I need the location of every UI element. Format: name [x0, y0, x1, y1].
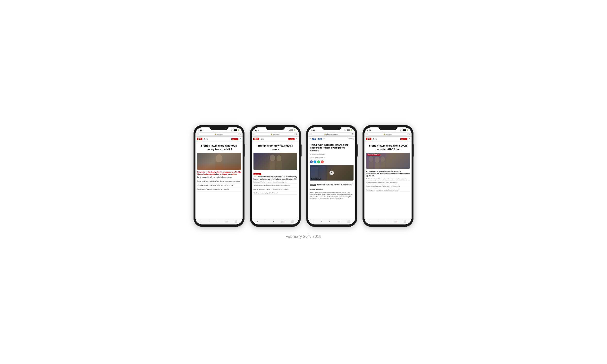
tabs-bottom-1[interactable]: ⬜ [235, 220, 237, 223]
tabs-bottom-3[interactable]: ⬜ [347, 220, 350, 223]
url-bar-1[interactable]: 🔒 cnn.com [198, 132, 238, 136]
svg-rect-15 [381, 162, 385, 169]
share-bottom-4[interactable]: ⬆ [385, 220, 387, 223]
nav-home-4[interactable]: Home [373, 138, 377, 140]
sub-link-4-2[interactable]: These Florida lawmakers took money from … [366, 185, 410, 188]
status-time-4: 8:56 [367, 129, 371, 131]
sub-link-2-2[interactable]: Kremlin dismisses Mueller's indictment o… [253, 188, 297, 191]
date-superscript: th [308, 234, 310, 237]
em-icon-3[interactable]: @ [321, 160, 324, 163]
share-bottom-1[interactable]: ⬆ [216, 220, 218, 223]
nav-home-2[interactable]: Home [260, 138, 264, 140]
fb-icon-3[interactable]: f [310, 160, 313, 163]
status-bar-1: 7:28 ▾ ● ▮▮▮ 🔋 [196, 127, 243, 132]
back-bottom-2[interactable]: ‹ [257, 220, 258, 223]
nav-home-1[interactable]: Home [204, 138, 208, 140]
bookmarks-bottom-2[interactable]: 📖 [281, 220, 284, 223]
forward-bottom-3[interactable]: › [321, 220, 322, 223]
svg-rect-13 [375, 163, 380, 169]
play-btn-3[interactable]: ▶ [330, 171, 334, 175]
svg-rect-1 [215, 162, 223, 170]
browser-bar-4[interactable]: ‹ 🔒 cnn.com ↻ [364, 132, 411, 137]
live-arrow-1: ▾ [237, 138, 238, 140]
browser-bottom-1: ‹ › ⬆ 📖 ⬜ [196, 218, 243, 224]
browser-bar-2[interactable]: ‹ 🔒 cnn.com ↻ [252, 132, 299, 137]
reload-btn-2[interactable]: ↻ [296, 133, 297, 135]
abc-logo-3: abc [312, 137, 316, 140]
svg-rect-5 [276, 161, 282, 170]
nav-live-2[interactable]: Live TV ▾ [288, 138, 295, 140]
sub-link-2-1[interactable]: Trump blames Obama for inaction over Rus… [253, 185, 297, 187]
nav-live-4[interactable]: Live TV ▾ [400, 138, 408, 140]
wa-icon-3[interactable]: w [317, 160, 320, 163]
url-bar-3[interactable]: 🔒 abcnews.go.com [311, 132, 351, 136]
back-btn-4[interactable]: ‹ [366, 133, 367, 135]
sub-link-2-0[interactable]: Exclusive: Mueller's interest in Jared K… [253, 181, 297, 184]
article-link-1-2[interactable]: Parkland survivors rip politicians' 'pat… [197, 184, 241, 188]
forward-bottom-2[interactable]: › [265, 220, 266, 223]
back-bottom-1[interactable]: ‹ [201, 220, 201, 223]
nav-live-1[interactable]: Live TV ▾ [231, 138, 238, 140]
tabs-bottom-2[interactable]: ⬜ [291, 220, 293, 223]
lock-icon-3: 🔒 [324, 133, 326, 135]
share-bottom-2[interactable]: ⬆ [272, 220, 274, 223]
back-btn-1[interactable]: ‹ [197, 133, 198, 135]
sub-link-4-1[interactable]: Shooting survivor: Democrats aren't coac… [366, 182, 410, 184]
url-text-4: cnn.com [385, 133, 392, 135]
svg-rect-8 [319, 166, 326, 179]
bookmarks-bottom-3[interactable]: 📖 [338, 220, 340, 223]
back-bottom-4[interactable]: ‹ [370, 220, 370, 223]
cnn-logo-1: CNN [197, 138, 202, 140]
article-link-1-0[interactable]: Survivors want to talk gun control with … [197, 176, 241, 179]
browser-bottom-3: ‹ › ⬆ 📖 ⬜ [308, 218, 355, 224]
phone-3-screen: 8:55 ▾ ● ▮▮▮ 🔋 ‹ 🔒 abcnews.go.com ↻ ≡ ab… [308, 127, 355, 224]
svg-point-0 [216, 154, 222, 163]
url-bar-4[interactable]: 🔒 cnn.com [368, 132, 408, 136]
date-pub-3: Feb 20, 2018, 6:03 PM ET [310, 157, 354, 158]
content-3: Trump tweet 'not necessarily' linking sh… [308, 141, 355, 218]
share-bottom-3[interactable]: ⬆ [329, 220, 331, 223]
headline-1: Florida lawmakers who took money from th… [197, 143, 241, 152]
reload-btn-4[interactable]: ↻ [409, 133, 410, 135]
url-bar-2[interactable]: 🔒 cnn.com [255, 132, 295, 136]
svg-point-2 [270, 155, 275, 161]
sub-link-2-3[interactable]: CNN barred from alleged 'troll factory' [253, 192, 297, 195]
browser-bar-3[interactable]: ‹ 🔒 abcnews.go.com ↻ [308, 132, 355, 137]
bookmarks-bottom-1[interactable]: 📖 [225, 220, 227, 223]
back-bottom-3[interactable]: ‹ [314, 220, 314, 223]
nav-menu-1[interactable]: ≡ [240, 138, 241, 140]
reload-btn-3[interactable]: ↻ [352, 133, 354, 135]
sub-link-4-3[interactable]: Florida gun law can punish local officia… [366, 189, 410, 192]
status-icons-3: ▾ ● ▮▮▮ 🔋 [344, 129, 352, 131]
red-text-1: Survivors of the deadly shooting rampage… [197, 171, 241, 175]
article-link-1-1[interactable]: Teens hold 'lie-in' outside White House … [197, 180, 241, 183]
back-btn-2[interactable]: ‹ [253, 133, 254, 135]
nav-live-label-2: Live TV [289, 138, 293, 140]
tw-icon-3[interactable]: t [314, 160, 316, 163]
svg-point-4 [277, 155, 281, 162]
svg-point-10 [369, 156, 373, 162]
main-text-4: As busloads of students make their way t… [366, 170, 410, 177]
status-time-2: 8:03 [255, 129, 259, 131]
bookmarks-bottom-4[interactable]: 📖 [394, 220, 396, 223]
tabs-bottom-4[interactable]: ⬜ [404, 220, 406, 223]
content-4: Florida lawmakers won't even consider AR… [364, 142, 411, 218]
status-time-1: 7:28 [198, 129, 202, 131]
article-link-1-3[interactable]: Spokesman: Trump is 'supportive of effor… [197, 188, 241, 192]
hamburger-3[interactable]: ≡ [310, 138, 311, 140]
browser-bar-1[interactable]: ‹ 🔒 cnn.com ↻ [196, 132, 243, 137]
students-image: BREAKING NEWS [366, 153, 410, 169]
nav-menu-2[interactable]: ≡ [296, 138, 297, 140]
forward-bottom-4[interactable]: › [378, 220, 378, 223]
sub-link-4-0[interactable]: Parkland students: We're going to the st… [366, 178, 410, 181]
browser-bottom-2: ‹ › ⬆ 📖 ⬜ [252, 218, 299, 224]
log-in-3[interactable]: LOG IN [347, 138, 354, 140]
back-btn-3[interactable]: ‹ [310, 133, 310, 135]
reload-btn-1[interactable]: ↻ [239, 133, 241, 135]
forward-bottom-1[interactable]: › [209, 220, 209, 223]
phone-1: 7:28 ▾ ● ▮▮▮ 🔋 ‹ 🔒 cnn.com ↻ CNN Home [194, 125, 245, 227]
lock-icon-4: 🔒 [383, 133, 385, 135]
lock-icon-1: 🔒 [214, 133, 216, 135]
phone-2: 8:03 ▾ ● ▮▮▮ 🔋 ‹ 🔒 cnn.com ↻ CNN Home Li… [250, 125, 301, 227]
nav-menu-4[interactable]: ≡ [409, 138, 410, 140]
